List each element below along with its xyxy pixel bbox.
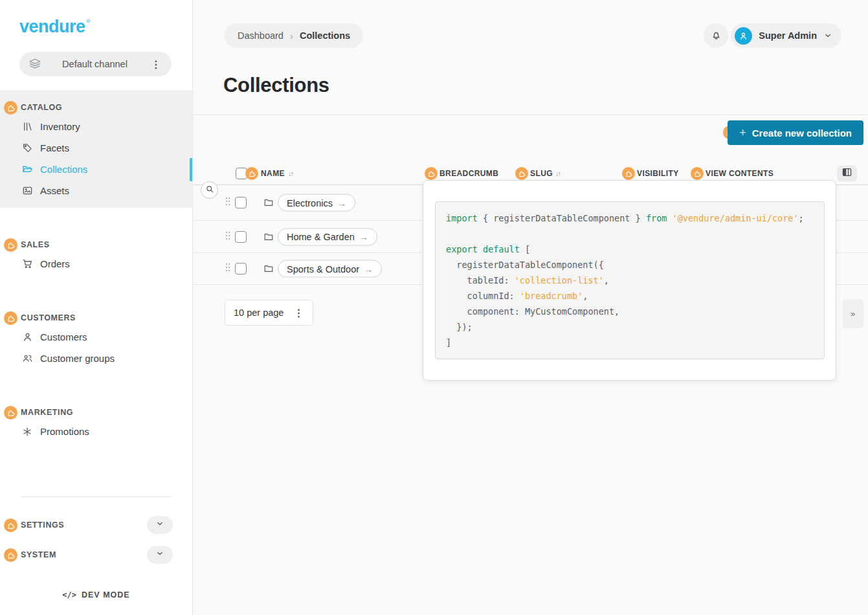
sidebar-item-label: Orders <box>40 258 70 269</box>
devmode-badge-catalog[interactable] <box>4 101 17 115</box>
sidebar-item-promotions[interactable]: Promotions <box>0 421 192 442</box>
drag-handle-icon[interactable] <box>225 197 230 209</box>
folder-icon <box>263 232 274 242</box>
devmode-badge-breadcrumb-column[interactable] <box>425 167 438 180</box>
row-checkbox[interactable] <box>235 231 247 243</box>
promotion-icon <box>21 427 33 437</box>
vendure-logo[interactable]: vendure <box>19 17 192 37</box>
double-chevron-right-icon: » <box>851 309 855 319</box>
folder-icon <box>21 164 33 175</box>
nav-group-label: MARKETING <box>21 408 73 417</box>
devmode-badge-name-column[interactable] <box>245 167 258 180</box>
page-title: Collections <box>223 74 329 97</box>
sidebar-item-label: Customers <box>40 331 87 342</box>
column-settings-button[interactable] <box>837 165 857 181</box>
drag-handle-icon[interactable] <box>225 263 230 275</box>
sort-icon-slug[interactable]: ↓↑ <box>555 170 560 177</box>
nav-group-label: SETTINGS <box>21 520 64 530</box>
arrow-right-icon: → <box>364 263 373 274</box>
cart-icon <box>21 258 33 269</box>
devmode-badge-marketing[interactable] <box>4 406 17 419</box>
devmode-badge-slug-column[interactable] <box>515 167 528 180</box>
tag-icon <box>21 142 33 153</box>
column-header-slug[interactable]: SLUG <box>530 169 553 178</box>
nav-group-sales: SALES Orders <box>0 227 192 281</box>
table-search-button[interactable] <box>201 181 218 199</box>
sidebar-nav: CATALOG Inventory Facets <box>0 90 192 565</box>
sidebar-item-inventory[interactable]: Inventory <box>0 116 192 137</box>
nav-group-customers: CUSTOMERS Customers Customer groups <box>0 300 192 375</box>
breadcrumb-dashboard[interactable]: Dashboard <box>238 30 284 41</box>
devmode-badge-visibility-column[interactable] <box>622 167 635 180</box>
chevron-right-icon: › <box>290 30 293 41</box>
folder-icon <box>263 197 274 208</box>
sidebar-item-orders[interactable]: Orders <box>0 253 192 274</box>
column-header-view-contents[interactable]: VIEW CONTENTS <box>706 169 773 178</box>
expand-settings-button[interactable] <box>147 516 173 534</box>
sidebar-item-collections[interactable]: Collections <box>0 159 192 180</box>
nav-group-label: CUSTOMERS <box>21 313 76 322</box>
collection-name: Sports & Outdoor <box>287 263 359 274</box>
sidebar-divider <box>21 497 172 497</box>
user-icon <box>21 331 33 342</box>
devmode-badge-sales[interactable] <box>4 238 17 252</box>
row-checkbox[interactable] <box>235 263 247 274</box>
nav-group-system: SYSTEM <box>0 545 192 565</box>
drag-handle-icon[interactable] <box>225 230 230 243</box>
devmode-badge-system[interactable] <box>4 548 17 562</box>
nav-group-label: CATALOG <box>21 103 62 112</box>
nav-group-label: SALES <box>21 240 50 249</box>
devmode-badge-view-contents-column[interactable] <box>691 167 704 180</box>
main-content: Dashboard › Collections Super Admin Coll… <box>193 0 868 615</box>
logo-text: vendure <box>19 17 85 37</box>
sidebar-item-customer-groups[interactable]: Customer groups <box>0 348 192 369</box>
devmode-code-popover: import { registerDataTableComponent } fr… <box>423 180 836 381</box>
create-new-collection-button[interactable]: + Create new collection <box>728 120 863 145</box>
channel-kebab-icon[interactable]: ⋮ <box>148 58 164 71</box>
collection-link[interactable]: Sports & Outdoor → <box>278 260 382 278</box>
collection-name: Home & Garden <box>287 232 355 242</box>
user-name: Super Admin <box>759 30 817 41</box>
devmode-badge-customers[interactable] <box>4 311 17 325</box>
sidebar-item-customers[interactable]: Customers <box>0 326 192 348</box>
sidebar-item-assets[interactable]: Assets <box>0 180 192 201</box>
devmode-badge-settings[interactable] <box>4 519 17 532</box>
expand-system-button[interactable] <box>147 546 173 564</box>
sidebar: vendure Default channel ⋮ CATALOG <box>0 0 193 615</box>
app-window: vendure Default channel ⋮ CATALOG <box>0 0 868 615</box>
search-icon <box>205 184 214 196</box>
users-icon <box>21 353 33 364</box>
column-header-breadcrumb[interactable]: BREADCRUMB <box>440 169 498 178</box>
layers-icon <box>28 57 41 72</box>
chevron-down-icon <box>155 519 164 531</box>
column-header-visibility[interactable]: VISIBILITY <box>637 169 679 178</box>
row-checkbox[interactable] <box>235 197 247 208</box>
column-header-name[interactable]: NAME <box>261 169 285 178</box>
notifications-button[interactable] <box>704 23 728 48</box>
create-button-label: Create new collection <box>752 128 852 139</box>
code-snippet: import { registerDataTableComponent } fr… <box>435 201 825 359</box>
collection-link[interactable]: Home & Garden → <box>278 228 377 245</box>
image-icon <box>21 185 33 196</box>
sidebar-item-facets[interactable]: Facets <box>0 137 192 159</box>
per-page-label: 10 per page <box>234 308 284 318</box>
user-menu[interactable]: Super Admin <box>731 23 841 48</box>
channel-label: Default channel <box>41 59 148 69</box>
sidebar-item-label: Facets <box>40 142 69 153</box>
header-divider <box>193 115 868 115</box>
next-page-button[interactable]: » <box>842 299 863 328</box>
breadcrumb: Dashboard › Collections <box>225 23 363 48</box>
columns-icon <box>842 168 852 179</box>
plus-icon: + <box>739 126 746 140</box>
avatar <box>735 27 752 45</box>
channel-selector[interactable]: Default channel ⋮ <box>19 52 172 76</box>
sort-icon-name[interactable]: ↓↑ <box>288 170 293 177</box>
dev-mode-toggle[interactable]: </> DEV MODE <box>0 590 192 615</box>
folder-icon <box>263 263 274 274</box>
items-per-page-selector[interactable]: 10 per page ⋮ <box>225 300 313 326</box>
nav-group-marketing: MARKETING Promotions <box>0 395 192 449</box>
breadcrumb-collections[interactable]: Collections <box>300 30 350 41</box>
collection-link[interactable]: Electronics → <box>278 194 355 212</box>
dev-mode-label: DEV MODE <box>82 590 130 599</box>
sidebar-item-label: Customer groups <box>40 353 115 364</box>
